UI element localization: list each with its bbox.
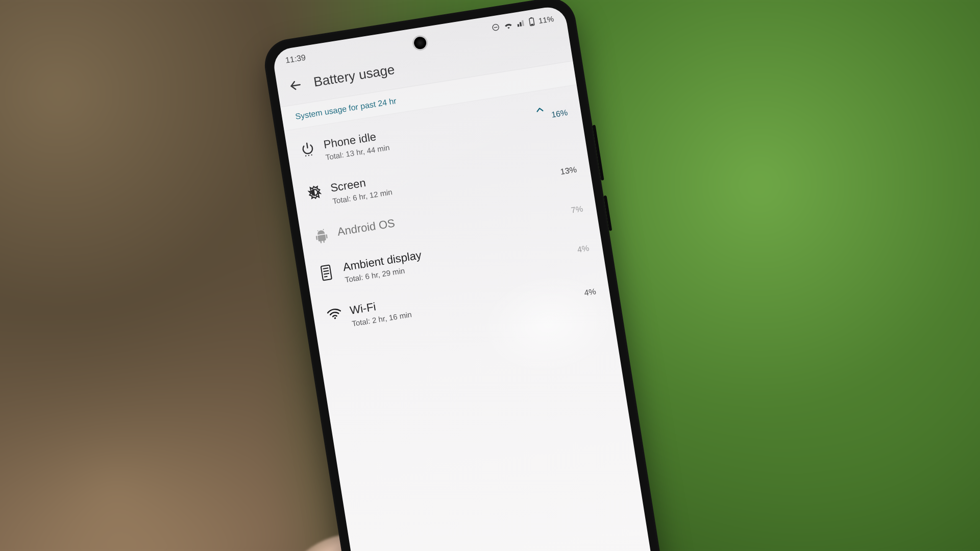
back-button[interactable]	[287, 77, 304, 93]
svg-line-12	[323, 270, 329, 271]
signal-icon	[517, 19, 526, 28]
status-time: 11:39	[285, 53, 306, 65]
page-title: Battery usage	[312, 62, 396, 90]
svg-point-6	[305, 155, 307, 157]
arrow-left-icon	[288, 78, 303, 93]
svg-line-11	[323, 268, 329, 269]
svg-line-13	[324, 273, 329, 274]
wifi-icon	[326, 307, 342, 321]
android-icon	[313, 228, 330, 244]
usage-list: Phone idle Total: 13 hr, 44 min 16% Scre…	[284, 85, 610, 343]
svg-point-7	[308, 155, 310, 156]
dnd-icon	[491, 22, 500, 32]
brightness-icon	[306, 184, 323, 201]
battery-icon	[528, 17, 535, 27]
usage-pct: 16%	[546, 108, 568, 120]
usage-pct: 4%	[578, 287, 597, 299]
status-battery-text: 11%	[538, 14, 554, 24]
device-icon	[319, 264, 334, 282]
svg-line-14	[324, 276, 327, 277]
svg-rect-10	[321, 265, 332, 280]
usage-pct: 13%	[555, 165, 577, 177]
svg-line-1	[494, 27, 498, 28]
wifi-icon	[503, 21, 513, 30]
usage-pct: 4%	[572, 243, 590, 255]
collapse-toggle[interactable]	[533, 104, 547, 118]
power-icon	[300, 141, 316, 158]
chevron-up-icon	[533, 104, 546, 116]
svg-point-8	[311, 154, 312, 156]
svg-point-15	[334, 317, 336, 319]
